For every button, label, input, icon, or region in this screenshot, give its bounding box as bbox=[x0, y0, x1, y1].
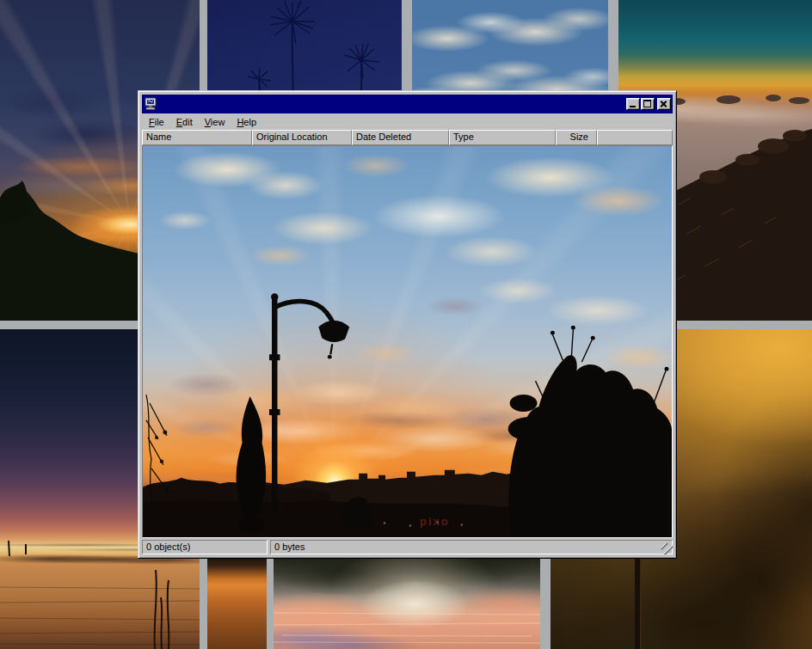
column-header-date-deleted[interactable]: Date Deleted bbox=[352, 130, 449, 145]
minimize-button[interactable] bbox=[626, 98, 640, 110]
file-list-area[interactable]: pixo bbox=[142, 145, 673, 538]
photo-silhouettes bbox=[143, 146, 672, 538]
photo-watermark: pixo bbox=[420, 515, 450, 528]
column-headers: Name Original Location Date Deleted Type… bbox=[142, 130, 673, 145]
status-bytes: 0 bytes bbox=[270, 540, 673, 554]
computer-icon bbox=[144, 97, 157, 111]
desktop: File Edit View Help Name Original Locati… bbox=[0, 0, 812, 649]
title-bar[interactable] bbox=[142, 95, 673, 113]
menu-bar: File Edit View Help bbox=[142, 113, 673, 130]
status-objects: 0 object(s) bbox=[142, 540, 268, 554]
maximize-button[interactable] bbox=[641, 98, 655, 110]
column-header-type[interactable]: Type bbox=[449, 130, 556, 145]
status-bar: 0 object(s) 0 bytes bbox=[142, 540, 673, 554]
menu-file[interactable]: File bbox=[143, 115, 170, 129]
recycle-bin-window: File Edit View Help Name Original Locati… bbox=[138, 90, 677, 559]
minimize-icon bbox=[630, 106, 636, 107]
sunset-streetlamp-photo: pixo bbox=[143, 146, 672, 537]
resize-grip[interactable] bbox=[661, 543, 673, 554]
close-button[interactable] bbox=[657, 98, 671, 110]
column-header-name[interactable]: Name bbox=[142, 130, 252, 145]
menu-help[interactable]: Help bbox=[231, 115, 262, 129]
column-header-filler bbox=[597, 130, 673, 145]
column-header-size[interactable]: Size bbox=[556, 130, 597, 145]
menu-edit[interactable]: Edit bbox=[170, 115, 199, 129]
column-header-original-location[interactable]: Original Location bbox=[252, 130, 352, 145]
maximize-icon bbox=[643, 100, 651, 107]
menu-view[interactable]: View bbox=[199, 115, 231, 129]
